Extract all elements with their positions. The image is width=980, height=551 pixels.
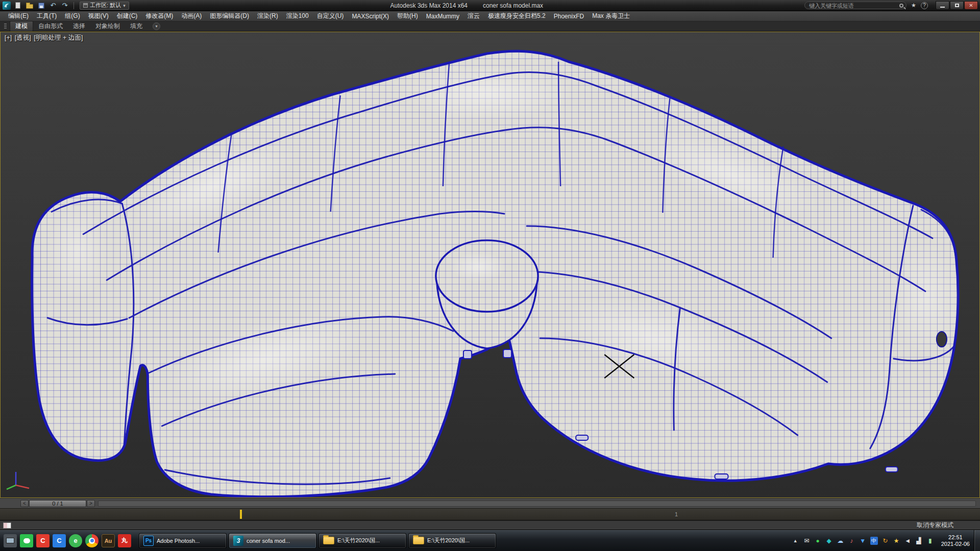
close-button[interactable]: ✕ xyxy=(964,1,978,10)
menu-item-slim-archive[interactable]: 极速瘦身安全归档5.2 xyxy=(484,12,550,20)
clock-date: 2021-02-06 xyxy=(941,541,970,547)
cancel-expert-mode-button[interactable]: 取消专家模式 xyxy=(917,521,953,530)
help-icon[interactable]: ? xyxy=(921,2,928,9)
viewport-menu-pov[interactable]: [透视] xyxy=(15,34,31,41)
menu-item-edit[interactable]: 编辑(E) xyxy=(4,12,33,20)
app-red-icon[interactable]: C xyxy=(36,534,50,547)
minimize-button[interactable] xyxy=(936,1,949,10)
maxscript-mini-listener-icon[interactable] xyxy=(3,522,11,529)
3dsmax-logo-icon[interactable] xyxy=(2,1,11,10)
search-input[interactable] xyxy=(804,2,906,9)
track-bar[interactable]: 1 xyxy=(0,508,980,520)
favorites-star-icon[interactable]: ★ xyxy=(910,2,918,9)
tray-icon-favorite[interactable]: ★ xyxy=(893,537,900,545)
hidden-icons-button[interactable]: ▲ xyxy=(792,538,799,543)
app-blue-icon[interactable]: C xyxy=(53,534,66,547)
new-file-button[interactable] xyxy=(13,1,23,10)
redo-icon: ↷ xyxy=(62,2,68,9)
ribbon-tab-object-paint[interactable]: 对象绘制 xyxy=(90,21,125,31)
tray-icon-messenger[interactable]: ● xyxy=(814,537,822,545)
trackbar-key-tick[interactable] xyxy=(240,510,242,519)
sofa-wireframe-model xyxy=(1,32,979,497)
menu-item-render100[interactable]: 渲染100 xyxy=(282,12,313,20)
menu-item-phoenixfd[interactable]: PhoenixFD xyxy=(550,13,588,20)
menu-item-customize[interactable]: 自定义(U) xyxy=(313,12,348,20)
tray-icon-battery[interactable]: ▮ xyxy=(926,537,934,545)
viewport-menu-general[interactable]: [+] xyxy=(5,34,12,41)
workspace-icon xyxy=(83,3,88,8)
tray-icon-download[interactable]: ▼ xyxy=(859,537,867,545)
menu-item-antivirus[interactable]: Max 杀毒卫士 xyxy=(588,12,634,20)
taskbar-app-folder-2[interactable]: E:\天竹2020\国... xyxy=(408,533,496,548)
tray-icon-music[interactable]: ♪ xyxy=(848,537,855,545)
menu-item-views[interactable]: 视图(V) xyxy=(84,12,113,20)
tray-icon-security[interactable]: ◆ xyxy=(825,537,833,545)
wechat-icon[interactable] xyxy=(20,534,33,547)
menu-item-render-cloud[interactable]: 渲云 xyxy=(463,12,484,20)
desktop-icon[interactable] xyxy=(4,534,17,547)
menu-item-modifiers[interactable]: 修改器(M) xyxy=(141,12,177,20)
viewport-perspective[interactable]: [+] [透视] [明暗处理 + 边面] xyxy=(0,32,980,498)
time-slider-track[interactable] xyxy=(98,500,976,507)
system-tray: ▲ ✉ ● ◆ ☁ ♪ ▼ 中 ↻ ★ ◄ ▟ ▮ xyxy=(789,537,937,545)
menu-item-group[interactable]: 组(G) xyxy=(61,12,84,20)
ribbon-tab-populate[interactable]: 填充 xyxy=(125,21,148,31)
tray-icon-input-method[interactable]: 中 xyxy=(870,537,878,545)
tray-icon-mail[interactable]: ✉ xyxy=(803,537,811,545)
folder-icon xyxy=(413,537,424,544)
tray-icon-volume[interactable]: ◄ xyxy=(904,537,912,545)
maximize-button[interactable] xyxy=(950,1,964,10)
ribbon-tab-freeform[interactable]: 自由形式 xyxy=(33,21,68,31)
tray-icon-network[interactable]: ▟ xyxy=(915,537,923,545)
ribbon-minimize-icon[interactable]: ▾ xyxy=(153,22,160,30)
audition-icon[interactable]: Au xyxy=(102,534,115,547)
status-bar: 取消专家模式 xyxy=(0,520,980,530)
toolbar-separator xyxy=(74,2,74,9)
taskbar-app-3dsmax[interactable]: 3 coner sofa mod... xyxy=(229,533,316,548)
save-disk-icon xyxy=(38,3,44,9)
clock-time: 22:51 xyxy=(941,534,970,541)
ribbon-grip[interactable] xyxy=(4,23,7,30)
open-file-button[interactable] xyxy=(24,1,35,10)
next-frame-button[interactable]: > xyxy=(87,500,95,507)
save-button[interactable] xyxy=(36,1,46,10)
undo-icon: ↶ xyxy=(51,2,56,9)
menu-item-tools[interactable]: 工具(T) xyxy=(33,12,61,20)
browser-green-icon[interactable]: e xyxy=(69,534,82,547)
open-folder-icon xyxy=(26,4,33,9)
app-title: Autodesk 3ds Max 2014 x64 xyxy=(390,2,468,9)
taskbar-app-photoshop-label: Adobe Photosh... xyxy=(157,538,200,544)
time-slider-handle[interactable]: 0 / 1 xyxy=(29,500,86,507)
redo-button[interactable]: ↷ xyxy=(60,1,70,10)
close-icon: ✕ xyxy=(969,3,973,8)
ribbon-tab-selection[interactable]: 选择 xyxy=(68,21,90,31)
workspace-selector[interactable]: 工作区: 默认 ▾ xyxy=(80,2,129,10)
menu-item-help[interactable]: 帮助(H) xyxy=(393,12,422,20)
minimize-icon xyxy=(940,7,945,8)
viewport-menu-shading[interactable]: [明暗处理 + 边面] xyxy=(34,34,83,41)
undo-button[interactable]: ↶ xyxy=(48,1,58,10)
taskbar-app-folder-1[interactable]: E:\天竹2020\国... xyxy=(318,533,406,548)
chrome-icon[interactable] xyxy=(85,534,99,547)
show-desktop-button[interactable] xyxy=(974,530,980,551)
menu-item-maxmummy[interactable]: MaxMummy xyxy=(422,13,463,20)
menu-item-maxscript[interactable]: MAXScript(X) xyxy=(348,13,393,20)
menu-item-graph-editors[interactable]: 图形编辑器(D) xyxy=(206,12,253,20)
workspace-label: 工作区: 默认 xyxy=(90,2,121,9)
chevron-down-icon: ▾ xyxy=(123,3,126,8)
tray-icon-sync[interactable]: ↻ xyxy=(881,537,889,545)
time-slider[interactable]: < 0 / 1 > xyxy=(0,498,980,508)
taskbar-clock[interactable]: 22:51 2021-02-06 xyxy=(937,534,974,547)
menu-item-rendering[interactable]: 渲染(R) xyxy=(253,12,282,20)
wan-app-icon[interactable]: 丸 xyxy=(118,534,131,547)
viewport-label: [+] [透视] [明暗处理 + 边面] xyxy=(5,34,84,42)
taskbar-app-3dsmax-label: coner sofa mod... xyxy=(247,538,290,544)
trackbar-frame-label: 1 xyxy=(675,511,678,517)
ribbon-tab-modeling[interactable]: 建模 xyxy=(10,21,33,32)
tray-icon-cloud[interactable]: ☁ xyxy=(837,537,844,545)
previous-frame-button[interactable]: < xyxy=(20,500,29,507)
search-icon[interactable] xyxy=(899,4,903,8)
menu-item-create[interactable]: 创建(C) xyxy=(113,12,142,20)
taskbar-app-photoshop[interactable]: Ps Adobe Photosh... xyxy=(139,533,227,548)
menu-item-animation[interactable]: 动画(A) xyxy=(177,12,206,20)
